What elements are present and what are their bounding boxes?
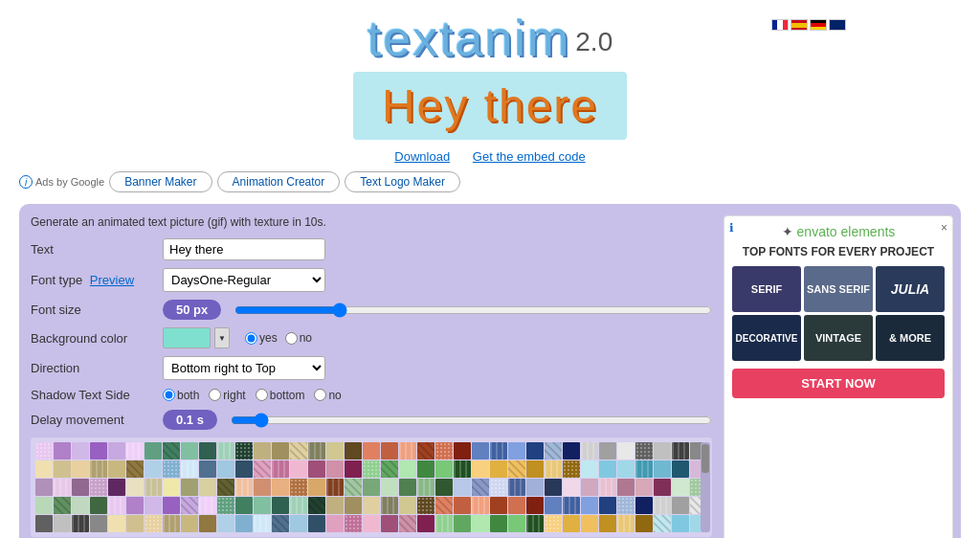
texture-cell[interactable] [254,479,271,496]
texture-cell[interactable] [126,460,144,478]
texture-cell[interactable] [163,515,180,532]
texture-cell[interactable] [381,515,398,532]
texture-cell[interactable] [108,515,125,532]
texture-cell[interactable] [363,460,380,478]
shadow-right-label[interactable]: right [209,389,245,402]
texture-cell[interactable] [454,497,471,514]
texture-cell[interactable] [490,497,507,514]
texture-cell[interactable] [217,497,234,514]
texture-cell[interactable] [345,442,362,460]
texture-cell[interactable] [417,460,434,478]
texture-cell[interactable] [399,479,416,496]
texture-cell[interactable] [672,479,689,496]
texture-cell[interactable] [454,479,471,496]
texture-cell[interactable] [435,497,453,514]
texture-cell[interactable] [581,515,598,532]
texture-cell[interactable] [308,460,325,478]
texture-cell[interactable] [199,460,216,478]
texture-cell[interactable] [599,479,616,496]
texture-cell[interactable] [363,442,380,460]
texture-cell[interactable] [472,460,489,478]
texture-cell[interactable] [163,479,180,496]
texture-cell[interactable] [417,497,434,514]
texture-cell[interactable] [399,460,416,478]
texture-cell[interactable] [363,515,380,532]
shadow-both-label[interactable]: both [163,389,199,402]
texture-cell[interactable] [363,497,380,514]
shadow-bottom-label[interactable]: bottom [256,389,305,402]
texture-cell[interactable] [617,479,635,496]
texture-cell[interactable] [290,497,307,514]
texture-cell[interactable] [308,479,325,496]
color-swatch[interactable] [163,327,211,348]
texture-cell[interactable] [526,442,544,460]
texture-cell[interactable] [417,442,434,460]
ad-close-icon[interactable]: × [941,221,947,235]
texture-cell[interactable] [235,515,253,532]
texture-cell[interactable] [145,442,162,460]
texture-cell[interactable] [108,479,125,496]
color-arrow[interactable]: ▼ [214,327,230,348]
texture-cell[interactable] [381,460,398,478]
texture-cell[interactable] [326,479,344,496]
texture-cell[interactable] [672,442,689,460]
ad-cell-script[interactable]: Julia [876,266,945,312]
texture-cell[interactable] [654,515,671,532]
texture-cell[interactable] [490,460,507,478]
texture-cell[interactable] [126,515,144,532]
texture-cell[interactable] [508,479,525,496]
ads-info-icon[interactable]: i [19,175,33,189]
texture-cell[interactable] [163,497,180,514]
texture-cell[interactable] [35,442,53,460]
texture-cell[interactable] [454,442,471,460]
shadow-no-radio[interactable] [314,389,326,401]
texture-cell[interactable] [399,497,416,514]
language-flags[interactable] [771,19,846,31]
texture-cell[interactable] [308,497,325,514]
texture-cell[interactable] [90,515,107,532]
texture-cell[interactable] [435,442,453,460]
texture-cell[interactable] [126,479,144,496]
bg-yes-radio[interactable] [245,332,257,345]
texture-cell[interactable] [54,442,71,460]
texture-cell[interactable] [272,479,289,496]
shadow-no-label[interactable]: no [314,389,341,402]
bg-no-label[interactable]: no [285,331,312,345]
texture-cell[interactable] [472,479,489,496]
texture-cell[interactable] [635,442,653,460]
texture-cell[interactable] [181,479,198,496]
texture-cell[interactable] [599,460,616,478]
texture-cell[interactable] [345,515,362,532]
texture-cell[interactable] [145,460,162,478]
texture-cell[interactable] [417,479,434,496]
texture-cell[interactable] [145,479,162,496]
texture-cell[interactable] [672,460,689,478]
banner-maker-btn[interactable]: Banner Maker [109,171,212,192]
texture-cell[interactable] [563,479,580,496]
texture-cell[interactable] [545,442,562,460]
texture-cell[interactable] [654,460,671,478]
embed-link[interactable]: Get the embed code [473,149,586,164]
texture-cell[interactable] [545,515,562,532]
texture-cell[interactable] [345,497,362,514]
ad-start-button[interactable]: START NOW [732,369,945,398]
texture-cell[interactable] [90,479,107,496]
ad-info-icon[interactable]: ℹ [729,221,734,235]
texture-cell[interactable] [654,442,671,460]
texture-cell[interactable] [454,515,471,532]
texture-cell[interactable] [290,479,307,496]
flag-de[interactable] [810,19,827,31]
scrollbar-thumb[interactable] [702,444,709,473]
texture-cell[interactable] [72,442,89,460]
texture-cell[interactable] [326,460,344,478]
texture-cell[interactable] [435,515,453,532]
texture-cell[interactable] [381,479,398,496]
texture-cell[interactable] [617,515,635,532]
texture-cell[interactable] [617,442,635,460]
texture-cell[interactable] [199,442,216,460]
texture-cell[interactable] [635,497,653,514]
texture-cell[interactable] [272,497,289,514]
texture-cell[interactable] [272,515,289,532]
texture-cell[interactable] [54,479,71,496]
font-select[interactable]: DaysOne-Regular Arial Georgia Verdana [163,268,325,292]
